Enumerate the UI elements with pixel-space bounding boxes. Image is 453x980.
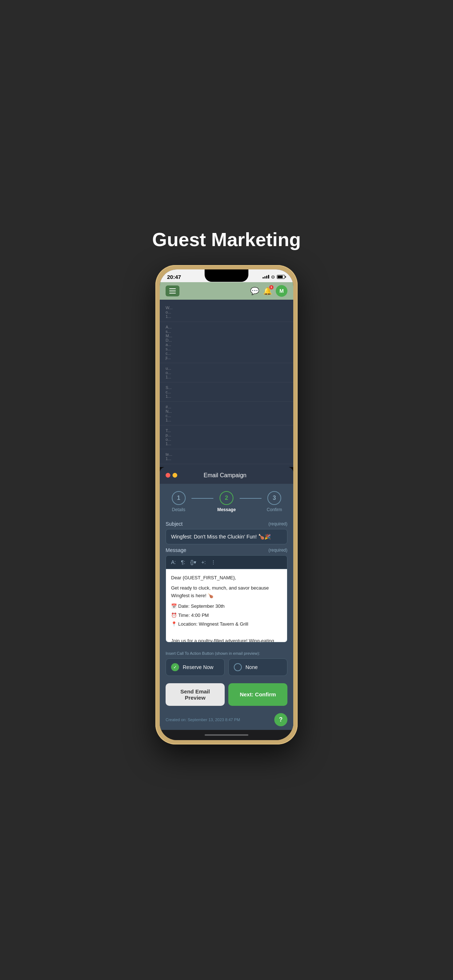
battery-fill — [278, 275, 283, 278]
signal-bar-1 — [263, 277, 264, 278]
toolbar-font-btn[interactable]: A: — [171, 559, 176, 565]
created-text: Created on: September 13, 2023 8:47 PM — [166, 718, 240, 722]
step-details[interactable]: 1 Details — [166, 491, 191, 512]
list-item: te...1... — [160, 449, 293, 464]
wifi-icon: ⊖ — [271, 274, 275, 280]
phone-frame: 20:47 ⊖ — [155, 265, 298, 745]
toolbar-more-btn[interactable]: ⋮ — [211, 559, 216, 565]
next-confirm-button[interactable]: Next: Confirm — [228, 683, 287, 706]
cta-label: Insert Call To Action Button (shown in e… — [166, 651, 287, 655]
bell-badge: 1 — [269, 285, 274, 290]
message-required: (required) — [268, 547, 287, 553]
location-detail: 📍 Location: Wingnest Tavern & Grill — [171, 620, 282, 628]
cta-options: ✓ Reserve Now None — [166, 659, 287, 676]
status-time: 20:47 — [167, 274, 181, 280]
bg-content: W... o... 1... A... s... M... D... a... … — [160, 300, 293, 467]
traffic-lights — [166, 473, 177, 477]
cta-section: Insert Call To Action Button (shown in e… — [160, 648, 293, 680]
signal-bar-2 — [265, 276, 266, 278]
editor-body[interactable]: Dear {GUEST_FIRST_NAME}, Get ready to cl… — [166, 569, 287, 642]
cta-reserve-label: Reserve Now — [183, 664, 214, 670]
chat-icon[interactable]: 💬 — [250, 286, 259, 295]
subject-required: (required) — [268, 521, 287, 527]
list-item: S... c...1... — [160, 382, 293, 402]
send-email-preview-button[interactable]: Send Email Preview — [166, 683, 225, 706]
cta-reserve-option[interactable]: ✓ Reserve Now — [166, 659, 225, 676]
hamburger-lines — [169, 288, 176, 293]
step-2-circle: 2 — [220, 491, 233, 505]
toolbar-paragraph-btn[interactable]: ¶: — [181, 559, 185, 565]
step-1-circle: 1 — [172, 491, 186, 505]
subject-input[interactable]: Wingfest: Don't Miss the Cluckin' Fun! 🍗… — [166, 529, 287, 544]
status-icons: ⊖ — [263, 274, 286, 280]
toolbar-add-btn[interactable]: +: — [201, 559, 206, 565]
app-avatar: M — [276, 285, 287, 297]
hamburger-line — [169, 291, 176, 291]
bottom-info: Created on: September 13, 2023 8:47 PM ? — [160, 712, 293, 730]
toolbar-variable-btn[interactable]: {}▾ — [190, 559, 196, 565]
cta-radio-icon — [234, 663, 242, 671]
list-item: W... o... 1... — [160, 302, 293, 322]
message-label-row: Message (required) — [166, 547, 287, 553]
greeting-text: Dear {GUEST_FIRST_NAME}, — [171, 574, 282, 582]
email-campaign-modal: Email Campaign 1 Details — [160, 467, 293, 730]
battery-tip — [285, 276, 286, 278]
message-label: Message — [166, 547, 187, 553]
cta-none-option[interactable]: None — [228, 659, 287, 676]
steps-container: 1 Details 2 Message — [160, 484, 293, 518]
battery-icon — [277, 275, 286, 279]
help-fab-button[interactable]: ? — [274, 713, 287, 726]
notch — [205, 269, 248, 282]
step-2-label: Message — [217, 507, 236, 512]
list-item: A... s... M... D... a... s... c... ji... — [160, 322, 293, 363]
bg-list: W... o... 1... A... s... M... D... a... … — [160, 300, 293, 467]
body1-text: Join us for a poultry-filled adventure! … — [171, 637, 282, 642]
modal-header: Email Campaign — [160, 467, 293, 484]
home-bar — [205, 734, 248, 736]
bell-wrapper: 🔔 1 — [263, 286, 272, 295]
time-detail: ⏰ Time: 4:00 PM — [171, 612, 282, 619]
home-indicator — [160, 730, 293, 740]
step-3-circle: 3 — [267, 491, 281, 505]
editor-toolbar: A: ¶: {}▾ +: ⋮ — [166, 555, 287, 569]
step-connector-1 — [191, 498, 214, 499]
subject-label: Subject — [166, 521, 183, 527]
page-wrapper: Guest Marketing 20:47 ⊖ — [113, 214, 340, 766]
hamburger-line — [169, 293, 176, 293]
intro-text: Get ready to cluck, munch, and savor bec… — [171, 584, 282, 600]
subject-label-row: Subject (required) — [166, 521, 287, 527]
minimize-button[interactable] — [172, 473, 177, 477]
step-3-label: Confirm — [266, 507, 282, 512]
step-message[interactable]: 2 Message — [214, 491, 239, 512]
signal-bar-3 — [266, 275, 267, 278]
signal-bars-icon — [263, 275, 269, 278]
bottom-buttons: Send Email Preview Next: Confirm — [160, 680, 293, 712]
modal-overlay: Email Campaign 1 Details — [160, 467, 293, 730]
list-item: T...p...o...1... — [160, 425, 293, 449]
date-detail: 📅 Date: September 30th — [171, 603, 282, 610]
phone-inner: 20:47 ⊖ — [160, 269, 293, 740]
app-header: 💬 🔔 1 M — [160, 282, 293, 300]
cta-check-icon: ✓ — [171, 663, 179, 671]
signal-bar-4 — [268, 275, 269, 278]
step-connector-2 — [239, 498, 262, 499]
message-editor: A: ¶: {}▾ +: ⋮ Dear {GUEST_FIRST_NAME}, … — [166, 555, 287, 643]
list-item: #... N...c...1... — [160, 402, 293, 425]
cta-none-label: None — [246, 664, 257, 670]
battery-body — [277, 275, 285, 279]
header-icons: 💬 🔔 1 M — [250, 285, 287, 297]
form-content: Subject (required) Wingfest: Don't Miss … — [160, 521, 293, 648]
page-title: Guest Marketing — [152, 229, 301, 250]
status-bar: 20:47 ⊖ — [160, 269, 293, 282]
hamburger-line — [169, 288, 176, 289]
close-button[interactable] — [166, 473, 170, 477]
modal-title: Email Campaign — [177, 472, 273, 479]
step-1-label: Details — [172, 507, 185, 512]
list-item: u... o...1... — [160, 363, 293, 382]
step-confirm[interactable]: 3 Confirm — [262, 491, 287, 512]
hamburger-button[interactable] — [166, 285, 179, 296]
